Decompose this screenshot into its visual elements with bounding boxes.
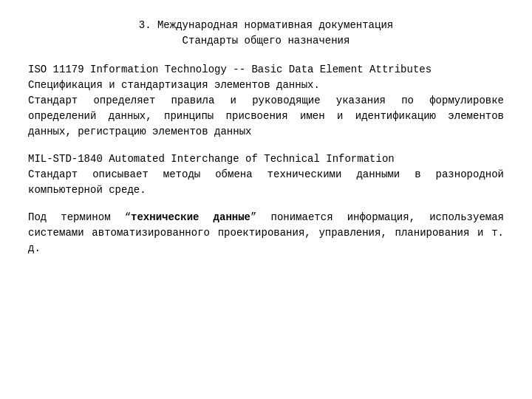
title-block: 3. Международная нормативная документаци…: [28, 18, 504, 49]
bold-text: технические данные: [131, 211, 250, 223]
section-mil: MIL-STD-1840 Automated Interchange of Te…: [28, 151, 504, 198]
mil-desc: Стандарт описывает методы обмена техниче…: [28, 167, 504, 198]
iso-desc2: Стандарт определяет правила и руководящи…: [28, 93, 504, 140]
title-line1: 3. Международная нормативная документаци…: [28, 18, 504, 33]
iso-standard-title: ISO 11179 Information Technology -- Basi…: [28, 62, 504, 78]
tech-data-text: Под термином “технические данные” понима…: [28, 210, 504, 256]
title-line2: Стандарты общего назначения: [28, 33, 504, 49]
page: 3. Международная нормативная документаци…: [0, 0, 532, 399]
text-before: Под термином “: [28, 211, 131, 223]
section-tech-data: Под термином “технические данные” понима…: [28, 210, 504, 256]
iso-desc1: Спецификация и стандартизация элементов …: [28, 78, 504, 93]
mil-standard-title: MIL-STD-1840 Automated Interchange of Te…: [28, 151, 504, 167]
section-iso: ISO 11179 Information Technology -- Basi…: [28, 62, 504, 140]
